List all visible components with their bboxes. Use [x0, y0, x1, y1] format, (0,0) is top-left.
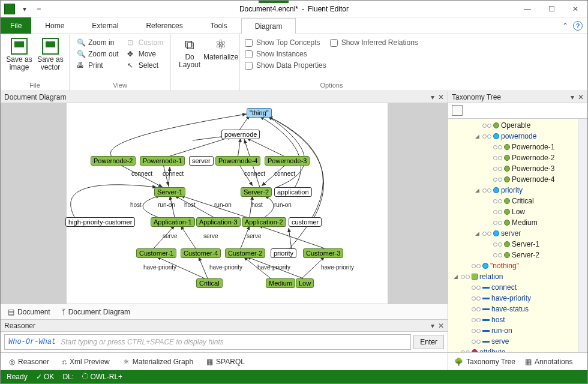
status-ready: Ready	[7, 373, 28, 381]
tree-item[interactable]: run-on	[448, 325, 578, 336]
tab-references[interactable]: References	[132, 17, 196, 34]
tree-item[interactable]: "nothing"	[448, 260, 578, 271]
tree-item[interactable]: Low	[448, 206, 578, 217]
do-layout-button[interactable]: ⧉ Do Layout	[176, 35, 203, 70]
node-priority[interactable]: priority	[271, 248, 296, 258]
node-powernode[interactable]: powernode	[221, 130, 260, 139]
print-button[interactable]: 🖶Print	[74, 61, 121, 70]
tree-item[interactable]: Operable	[448, 120, 578, 131]
tree-item[interactable]: ◢relation	[448, 271, 578, 282]
tree-item[interactable]: ◢server	[448, 228, 578, 239]
file-tab[interactable]: File	[1, 17, 31, 34]
node-application-1[interactable]: Application-1	[151, 217, 195, 227]
close-panel-icon[interactable]: ✕	[578, 93, 584, 101]
taxonomy-tree[interactable]: Operable◢powernodePowernode-1Powernode-2…	[448, 119, 578, 352]
show-data-properties-checkbox[interactable]: Show Data Properties	[245, 61, 326, 70]
node-customer-1[interactable]: Customer-1	[136, 248, 176, 258]
gear-icon	[82, 373, 88, 379]
node-thing[interactable]: "thing"	[247, 108, 272, 118]
close-panel-icon[interactable]: ✕	[438, 322, 444, 330]
reasoner-input[interactable]: Who-Or-What Start typing or press CTRL+S…	[4, 334, 411, 350]
bottom-tab-xml-preview[interactable]: ⎌Xml Preview	[62, 358, 110, 366]
materialize-icon: ⚛	[215, 38, 227, 52]
taxonomy-tool-icon[interactable]	[452, 105, 463, 116]
scrollbar[interactable]	[578, 119, 587, 352]
tree-item[interactable]: Powernode-1	[448, 142, 578, 152]
tree-item[interactable]: ◢powernode	[448, 131, 578, 142]
close-panel-icon[interactable]: ✕	[438, 93, 444, 101]
node-server-2[interactable]: Server-2	[241, 187, 272, 197]
tree-item[interactable]: Powernode-3	[448, 163, 578, 174]
view-tab-document-diagram[interactable]: ᛘDocument Diagram	[61, 308, 130, 316]
node-customer-2[interactable]: Customer-2	[225, 248, 265, 258]
minimize-button[interactable]: —	[515, 1, 539, 17]
node-powernode-3[interactable]: Powernode-3	[265, 156, 310, 166]
tree-item[interactable]: have-priority	[448, 293, 578, 304]
pin-icon[interactable]: ▾	[571, 93, 574, 101]
tree-item[interactable]: attribute	[448, 347, 578, 352]
save-as-vector-button[interactable]: Save as vector	[37, 35, 64, 71]
collapse-ribbon-icon[interactable]: ⌃	[562, 22, 568, 30]
tree-item[interactable]: Powernode-4	[448, 174, 578, 185]
zoom-in-button[interactable]: 🔍Zoom in	[74, 38, 121, 47]
tree-item[interactable]: Critical	[448, 196, 578, 206]
tree-item[interactable]: Medium	[448, 217, 578, 228]
qat-dropdown-icon[interactable]: ▾	[19, 3, 31, 15]
tree-item[interactable]: serve	[448, 336, 578, 347]
tree-item[interactable]: Server-1	[448, 239, 578, 250]
bottom-tab-reasoner[interactable]: ◎Reasoner	[9, 358, 49, 366]
edge-label: serve	[203, 233, 218, 239]
node-critical[interactable]: Critical	[196, 278, 223, 288]
show-top-concepts-checkbox[interactable]: Show Top Concepts	[245, 38, 326, 47]
save-as-image-button[interactable]: Save as image	[5, 35, 33, 71]
node-medium[interactable]: Medium	[266, 278, 295, 288]
tree-item[interactable]: host	[448, 314, 578, 325]
app-icon	[4, 4, 15, 14]
tree-item[interactable]: ◢priority	[448, 185, 578, 196]
pin-icon[interactable]: ▾	[431, 322, 434, 330]
pin-icon[interactable]: ▾	[431, 93, 434, 101]
close-button[interactable]: ✕	[563, 1, 587, 17]
enter-button[interactable]: Enter	[413, 335, 444, 349]
tab-taxonomy-tree[interactable]: 🌳Taxonomy Tree	[454, 358, 515, 366]
tree-item[interactable]: have-status	[448, 304, 578, 314]
materialize-button[interactable]: ⚛ Materialize	[207, 35, 235, 61]
taxonomy-bottom-tabs: 🌳Taxonomy Tree ▦Annotations	[448, 352, 587, 370]
bottom-tab-materialized-graph[interactable]: ⚛Materialized Graph	[123, 358, 193, 366]
edge-label: connect	[244, 170, 265, 177]
tab-annotations[interactable]: ▦Annotations	[525, 358, 572, 366]
node-customer-4[interactable]: Customer-4	[181, 248, 221, 258]
node-application[interactable]: application	[274, 187, 312, 197]
tree-item[interactable]: Server-2	[448, 250, 578, 260]
node-application-2[interactable]: Application-2	[242, 217, 286, 227]
tree-item[interactable]: connect	[448, 282, 578, 293]
edge-label: connect	[274, 170, 295, 177]
reasoner-panel: Reasoner ▾ ✕ Who-Or-What Start typing or…	[1, 319, 448, 352]
node-powernode-1[interactable]: Powernode-1	[140, 156, 185, 166]
tree-item[interactable]: Powernode-2	[448, 152, 578, 163]
node-server-1[interactable]: Server-1	[154, 187, 185, 197]
diagram-canvas[interactable]: "thing" powernode Powernode-2 Powernode-…	[1, 103, 448, 304]
node-application-3[interactable]: Application-3	[196, 217, 241, 227]
node-powernode-4[interactable]: Powernode-4	[215, 156, 260, 166]
help-icon[interactable]: ?	[573, 21, 583, 31]
tab-home[interactable]: Home	[31, 17, 78, 34]
tab-external[interactable]: External	[78, 17, 132, 34]
node-server[interactable]: server	[189, 156, 214, 166]
taxonomy-header: Taxonomy Tree ▾ ✕	[448, 91, 587, 103]
tab-tools[interactable]: Tools	[197, 17, 241, 34]
node-high-priority-customer[interactable]: high-priority-customer	[65, 217, 135, 227]
zoom-out-button[interactable]: 🔍Zoom out	[74, 49, 121, 59]
maximize-button[interactable]: ☐	[539, 1, 563, 17]
node-customer[interactable]: customer	[289, 217, 322, 227]
view-tab-document[interactable]: ▤Document	[8, 308, 50, 316]
show-instances-checkbox[interactable]: Show Instances	[245, 49, 326, 59]
node-low[interactable]: Low	[296, 278, 314, 288]
select-button[interactable]: ↖Select	[125, 61, 166, 70]
bottom-tab-sparql[interactable]: ▦SPARQL	[206, 358, 245, 366]
show-inferred-relations-checkbox[interactable]: Show Inferred Relations	[330, 38, 418, 47]
move-button[interactable]: ✥Move	[125, 49, 166, 59]
node-customer-3[interactable]: Customer-3	[303, 248, 343, 258]
tab-diagram[interactable]: Diagram	[241, 18, 296, 34]
node-powernode-2[interactable]: Powernode-2	[91, 156, 136, 166]
